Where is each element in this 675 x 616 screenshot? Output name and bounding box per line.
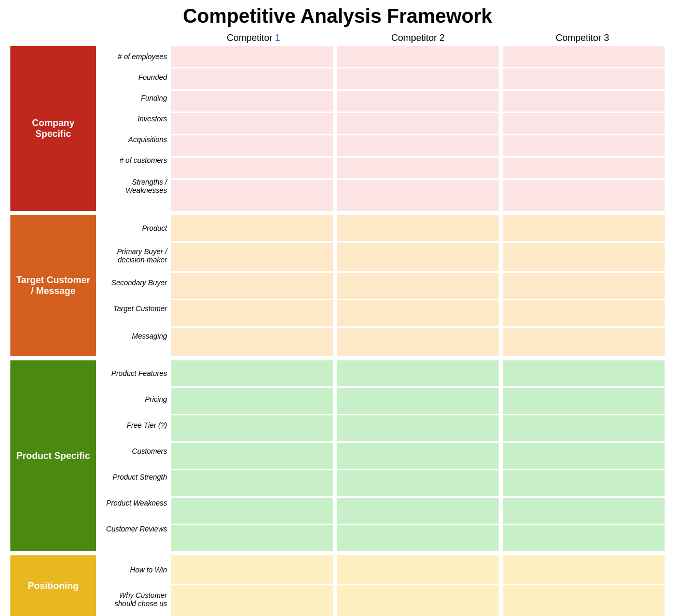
data-cell-company-specific-comp2-row5[interactable] (337, 158, 499, 178)
data-cell-company-specific-comp1-row0[interactable] (171, 46, 333, 67)
data-cell-company-specific-comp3-row0[interactable] (503, 46, 665, 67)
data-column-product-specific-comp2 (337, 360, 499, 551)
data-column-company-specific-comp2 (337, 46, 499, 211)
data-cell-product-specific-comp3-row5[interactable] (503, 498, 665, 524)
data-cell-positioning-comp2-row1[interactable] (337, 585, 499, 616)
data-cell-target-customer-comp1-row0[interactable] (171, 215, 333, 241)
data-cell-company-specific-comp3-row5[interactable] (503, 158, 665, 178)
row-label-positioning-0: How to Win (96, 555, 171, 584)
row-label-product-specific-4: Product Strength (96, 464, 171, 490)
row-label-company-specific-6: Strengths / Weaknesses (96, 171, 171, 202)
data-cell-product-specific-comp2-row5[interactable] (337, 498, 499, 524)
section-label-product-specific: Product Specific (10, 360, 96, 551)
data-cell-product-specific-comp1-row6[interactable] (171, 525, 333, 551)
data-cell-company-specific-comp2-row2[interactable] (337, 91, 499, 111)
row-label-product-specific-1: Pricing (96, 386, 171, 412)
data-cell-product-specific-comp1-row4[interactable] (171, 470, 333, 496)
page-title: Competitive Analysis Framework (10, 5, 665, 27)
data-cell-company-specific-comp1-row5[interactable] (171, 158, 333, 178)
data-columns-product-specific (171, 360, 665, 551)
data-columns-target-customer (171, 215, 665, 356)
section-label-positioning: Positioning (10, 555, 96, 616)
row-label-company-specific-0: # of employees (96, 46, 171, 67)
data-cell-company-specific-comp1-row2[interactable] (171, 91, 333, 111)
row-label-target-customer-4: Messaging (96, 321, 171, 350)
row-label-company-specific-1: Founded (96, 67, 171, 88)
data-cell-company-specific-comp1-row6[interactable] (171, 180, 333, 211)
data-cell-company-specific-comp2-row1[interactable] (337, 68, 499, 89)
data-cell-product-specific-comp3-row3[interactable] (503, 443, 665, 469)
data-cell-positioning-comp3-row1[interactable] (503, 585, 665, 616)
data-cell-target-customer-comp2-row0[interactable] (337, 215, 499, 241)
data-cell-target-customer-comp2-row3[interactable] (337, 300, 499, 326)
data-cell-product-specific-comp2-row2[interactable] (337, 415, 499, 441)
row-label-target-customer-0: Product (96, 215, 171, 241)
data-cell-product-specific-comp2-row6[interactable] (337, 525, 499, 551)
data-cell-product-specific-comp1-row2[interactable] (171, 415, 333, 441)
data-column-product-specific-comp1 (171, 360, 333, 551)
data-cell-positioning-comp2-row0[interactable] (337, 555, 499, 584)
data-cell-product-specific-comp3-row1[interactable] (503, 388, 665, 414)
data-cell-company-specific-comp2-row3[interactable] (337, 113, 499, 134)
data-cell-target-customer-comp3-row4[interactable] (503, 328, 665, 356)
data-cell-product-specific-comp1-row5[interactable] (171, 498, 333, 524)
data-cell-company-specific-comp2-row4[interactable] (337, 135, 499, 156)
data-cell-product-specific-comp2-row1[interactable] (337, 388, 499, 414)
data-column-target-customer-comp3 (503, 215, 665, 356)
section-positioning: PositioningHow to WinWhy Customer should… (10, 555, 665, 616)
data-cell-product-specific-comp1-row1[interactable] (171, 388, 333, 414)
data-cell-company-specific-comp1-row1[interactable] (171, 68, 333, 89)
data-cell-company-specific-comp1-row4[interactable] (171, 135, 333, 156)
data-column-product-specific-comp3 (503, 360, 665, 551)
data-cell-positioning-comp3-row0[interactable] (503, 555, 665, 584)
data-cell-company-specific-comp3-row6[interactable] (503, 180, 665, 211)
data-cell-target-customer-comp1-row1[interactable] (171, 243, 333, 271)
data-cell-company-specific-comp2-row0[interactable] (337, 46, 499, 67)
data-cell-product-specific-comp1-row0[interactable] (171, 360, 333, 386)
data-cell-company-specific-comp1-row3[interactable] (171, 113, 333, 134)
row-label-product-specific-0: Product Features (96, 360, 171, 386)
data-cell-positioning-comp1-row1[interactable] (171, 585, 333, 616)
data-cell-target-customer-comp1-row2[interactable] (171, 273, 333, 299)
section-rows-product-specific: Product FeaturesPricingFree Tier (?)Cust… (96, 360, 665, 551)
data-cell-target-customer-comp1-row4[interactable] (171, 328, 333, 356)
competitor-1-header: Competitor 1 (171, 33, 336, 44)
row-label-company-specific-3: Investors (96, 108, 171, 129)
data-cell-product-specific-comp2-row3[interactable] (337, 443, 499, 469)
data-cell-target-customer-comp3-row3[interactable] (503, 300, 665, 326)
section-rows-positioning: How to WinWhy Customer should chose us (96, 555, 665, 616)
data-cell-target-customer-comp3-row2[interactable] (503, 273, 665, 299)
data-cell-product-specific-comp1-row3[interactable] (171, 443, 333, 469)
data-cell-company-specific-comp2-row6[interactable] (337, 180, 499, 211)
section-product-specific: Product SpecificProduct FeaturesPricingF… (10, 360, 665, 551)
row-labels-target-customer: ProductPrimary Buyer / decision-makerSec… (96, 215, 171, 356)
data-cell-product-specific-comp3-row6[interactable] (503, 525, 665, 551)
data-column-target-customer-comp2 (337, 215, 499, 356)
data-cell-company-specific-comp3-row4[interactable] (503, 135, 665, 156)
section-label-company-specific: Company Specific (10, 46, 96, 211)
data-column-positioning-comp1 (171, 555, 333, 616)
data-cell-target-customer-comp2-row2[interactable] (337, 273, 499, 299)
competitor-3-header: Competitor 3 (500, 33, 665, 44)
data-cell-product-specific-comp2-row0[interactable] (337, 360, 499, 386)
data-cell-company-specific-comp3-row3[interactable] (503, 113, 665, 134)
row-label-company-specific-2: Funding (96, 88, 171, 108)
data-cell-product-specific-comp2-row4[interactable] (337, 470, 499, 496)
data-cell-target-customer-comp3-row0[interactable] (503, 215, 665, 241)
section-label-target-customer: Target Customer / Message (10, 215, 96, 356)
section-rows-company-specific: # of employeesFoundedFundingInvestorsAcq… (96, 46, 665, 211)
data-column-target-customer-comp1 (171, 215, 333, 356)
row-label-positioning-1: Why Customer should chose us (96, 584, 171, 615)
data-cell-company-specific-comp3-row2[interactable] (503, 91, 665, 111)
data-cell-product-specific-comp3-row2[interactable] (503, 415, 665, 441)
data-cell-target-customer-comp1-row3[interactable] (171, 300, 333, 326)
data-cell-target-customer-comp3-row1[interactable] (503, 243, 665, 271)
section-rows-target-customer: ProductPrimary Buyer / decision-makerSec… (96, 215, 665, 356)
data-cell-product-specific-comp3-row0[interactable] (503, 360, 665, 386)
data-cell-company-specific-comp3-row1[interactable] (503, 68, 665, 89)
data-cell-product-specific-comp3-row4[interactable] (503, 470, 665, 496)
data-cell-positioning-comp1-row0[interactable] (171, 555, 333, 584)
data-cell-target-customer-comp2-row1[interactable] (337, 243, 499, 271)
data-column-positioning-comp3 (503, 555, 665, 616)
data-cell-target-customer-comp2-row4[interactable] (337, 328, 499, 356)
